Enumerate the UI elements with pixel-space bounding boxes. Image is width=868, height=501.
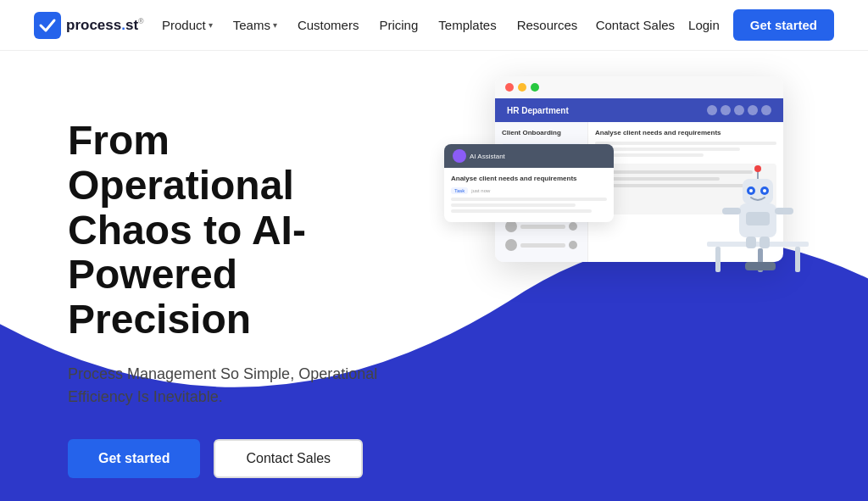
svg-rect-5 [745, 262, 776, 270]
logo[interactable]: process.st® [34, 12, 144, 39]
mockup-ai-window: AI Assistant Analyse client needs and re… [444, 144, 614, 222]
nav-teams[interactable]: Teams ▾ [225, 13, 286, 37]
nav-right: Contact Sales Login Get started [596, 9, 834, 41]
chevron-down-icon: ▾ [273, 20, 277, 30]
robot-illustration [707, 157, 809, 279]
list-item [502, 237, 581, 253]
mockup-sidebar-title: Client Onboarding [502, 129, 581, 136]
nav-templates[interactable]: Templates [430, 13, 504, 37]
nav-center: Product ▾ Teams ▾ Customers Pricing Temp… [153, 13, 586, 37]
nav-customers[interactable]: Customers [289, 13, 368, 37]
mockup-avatar [453, 149, 466, 163]
hero-title: From Operational Chaos to AI-Powered Pre… [68, 119, 407, 342]
login-link[interactable]: Login [688, 18, 720, 32]
svg-point-13 [754, 165, 761, 172]
svg-point-10 [749, 189, 753, 192]
svg-rect-1 [707, 242, 809, 247]
svg-rect-16 [746, 212, 770, 225]
contact-sales-hero-button[interactable]: Contact Sales [214, 439, 363, 478]
hero-buttons: Get started Contact Sales [68, 439, 407, 478]
svg-rect-0 [34, 12, 61, 39]
get-started-nav-button[interactable]: Get started [733, 9, 834, 41]
nav-resources[interactable]: Resources [509, 13, 587, 37]
text-line [595, 148, 740, 151]
hero-content: From Operational Chaos to AI-Powered Pre… [0, 51, 475, 501]
svg-rect-17 [746, 237, 756, 248]
svg-point-11 [763, 189, 766, 192]
mockup-header-text: AI Assistant [470, 153, 505, 160]
svg-rect-3 [795, 247, 800, 272]
navbar: process.st® Product ▾ Teams ▾ Customers … [0, 0, 868, 51]
svg-rect-14 [722, 208, 741, 214]
mockup-task-title: Analyse client needs and requirements [595, 129, 776, 136]
svg-rect-2 [715, 247, 721, 272]
chevron-down-icon: ▾ [209, 20, 213, 30]
hero-subtitle: Process Management So Simple, Operationa… [68, 363, 407, 409]
get-started-hero-button[interactable]: Get started [68, 439, 200, 478]
svg-rect-18 [760, 237, 770, 248]
text-line [595, 142, 776, 145]
hero-mockup: HR Department Client Onboarding [495, 76, 817, 262]
mockup-hr-dept: HR Department [507, 106, 569, 115]
svg-rect-15 [775, 208, 793, 214]
hero-section: From Operational Chaos to AI-Powered Pre… [0, 51, 868, 501]
mockup2-title: Analyse client needs and requirements [451, 175, 607, 182]
contact-sales-link[interactable]: Contact Sales [596, 18, 675, 32]
nav-pricing[interactable]: Pricing [370, 13, 426, 37]
logo-text: process.st® [66, 17, 144, 34]
nav-product[interactable]: Product ▾ [153, 13, 221, 37]
